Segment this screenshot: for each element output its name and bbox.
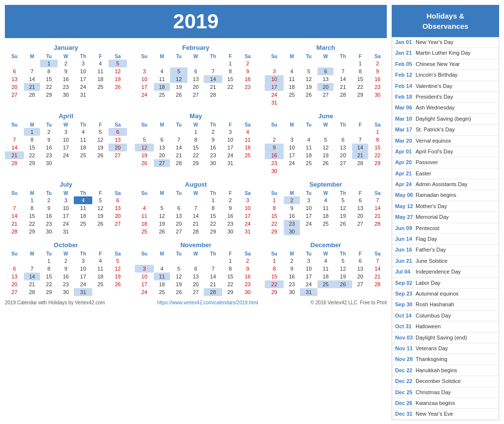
calendar-day (284, 60, 300, 67)
day-header: F (222, 190, 238, 196)
month-april: AprilSuMTuWThFSa123456789101112131415161… (5, 112, 127, 175)
calendar-day: 15 (24, 212, 40, 220)
calendar-day: 10 (222, 136, 238, 144)
calendar-day: 29 (222, 288, 238, 296)
calendar-day: 17 (238, 212, 257, 220)
calendar-day: 22 (222, 83, 238, 91)
day-header: Sa (368, 190, 387, 196)
calendar-day: 5 (170, 67, 188, 75)
holiday-name: Father's Day (416, 246, 446, 254)
holiday-item: Jul 04Independence Day (392, 267, 499, 277)
calendar-day: 25 (154, 288, 170, 296)
calendar-day: 17 (135, 83, 154, 91)
calendar-day: 14 (188, 212, 204, 220)
holiday-name: Thanksgiving (416, 356, 447, 363)
calendar-day (108, 91, 127, 99)
calendar-day: 13 (170, 212, 188, 220)
calendar-day (92, 228, 108, 235)
calendar-day (284, 167, 300, 175)
month-table-april: SuMTuWThFSa12345678910111213141516171819… (5, 122, 127, 167)
day-header: Su (265, 53, 284, 60)
calendar-day: 3 (265, 67, 284, 75)
day-header: Sa (238, 190, 257, 196)
calendar-day (317, 167, 334, 175)
calendar-day: 24 (74, 280, 92, 288)
calendar-day: 14 (5, 212, 24, 220)
day-header: F (222, 53, 238, 60)
day-header: Sa (238, 53, 257, 60)
calendar-day: 20 (352, 212, 368, 220)
day-header: Th (204, 190, 222, 196)
calendar-day: 17 (300, 273, 317, 280)
calendar-day: 18 (317, 212, 334, 220)
calendar-day (238, 159, 257, 167)
calendar-day: 20 (170, 220, 188, 228)
calendar-day: 11 (284, 75, 300, 83)
calendar-day: 6 (352, 257, 368, 265)
calendar-day: 6 (317, 67, 334, 75)
calendar-day: 7 (368, 257, 387, 265)
holiday-item: Dec 26Kwanzaa begins (392, 398, 499, 409)
month-june: JuneSuMTuWThFSa1234567891011121314151617… (265, 112, 387, 175)
calendar-day: 27 (170, 228, 188, 235)
holiday-name: Daylight Saving (end) (416, 334, 467, 341)
calendar-day (352, 128, 368, 136)
day-header: Sa (238, 122, 257, 128)
day-header: W (188, 122, 204, 128)
calendar-day: 20 (108, 144, 127, 151)
calendar-day: 30 (368, 91, 387, 99)
calendar-day: 5 (300, 67, 317, 75)
calendar-day: 26 (334, 280, 352, 288)
calendar-day: 11 (74, 136, 92, 144)
holiday-date: Mar 20 (395, 137, 416, 145)
calendar-day: 3 (222, 128, 238, 136)
holiday-item: May 06Ramadan begins (392, 190, 499, 201)
calendar-day: 9 (265, 144, 284, 151)
calendar-day: 8 (368, 136, 387, 144)
calendar-day (108, 159, 127, 167)
day-header: Th (334, 251, 352, 257)
holiday-name: St. Patrick's Day (416, 126, 455, 133)
holiday-name: Martin Luther King Day (416, 49, 471, 57)
calendar-day: 5 (317, 136, 334, 144)
calendar-day: 14 (368, 265, 387, 273)
day-header: Sa (368, 53, 387, 60)
calendar-day: 28 (5, 228, 24, 235)
calendar-day: 28 (204, 91, 222, 99)
calendar-day: 1 (204, 196, 222, 204)
holiday-name: Lincoln's Birthday (416, 71, 458, 79)
calendar-day (135, 196, 154, 204)
calendar-day: 18 (74, 144, 92, 151)
calendar-day: 2 (238, 257, 257, 265)
holiday-item: Apr 24Admin Assistants Day (392, 179, 499, 190)
calendar-day (300, 228, 317, 235)
calendar-day: 4 (135, 204, 154, 212)
calendar-day: 19 (92, 144, 108, 151)
calendar-day: 14 (204, 75, 222, 83)
calendar-day: 22 (222, 280, 238, 288)
holiday-item: Jun 09Pentecost (392, 223, 499, 234)
holiday-date: Jun 21 (395, 257, 416, 265)
calendar-day: 27 (334, 159, 352, 167)
calendar-day: 3 (300, 257, 317, 265)
calendar-day: 13 (5, 75, 24, 83)
calendar-day: 5 (92, 196, 108, 204)
calendar-day: 4 (154, 67, 170, 75)
day-header: W (317, 190, 334, 196)
calendar-day: 25 (154, 91, 170, 99)
holiday-date: Sep 23 (395, 290, 416, 297)
calendar-day: 27 (317, 91, 334, 99)
calendar-day: 16 (58, 273, 74, 280)
day-header: M (284, 251, 300, 257)
calendar-day: 9 (284, 265, 300, 273)
holiday-item: Jan 21Martin Luther King Day (392, 48, 499, 59)
calendar-day: 17 (135, 280, 154, 288)
day-header: M (284, 190, 300, 196)
calendar-day: 29 (40, 91, 58, 99)
day-header: Th (204, 251, 222, 257)
calendar-day: 8 (24, 136, 40, 144)
day-header: W (188, 190, 204, 196)
calendar-day (317, 228, 334, 235)
month-february: FebruarySuMTuWThFSa123456789101112131415… (135, 44, 257, 106)
calendar-day: 19 (108, 75, 127, 83)
